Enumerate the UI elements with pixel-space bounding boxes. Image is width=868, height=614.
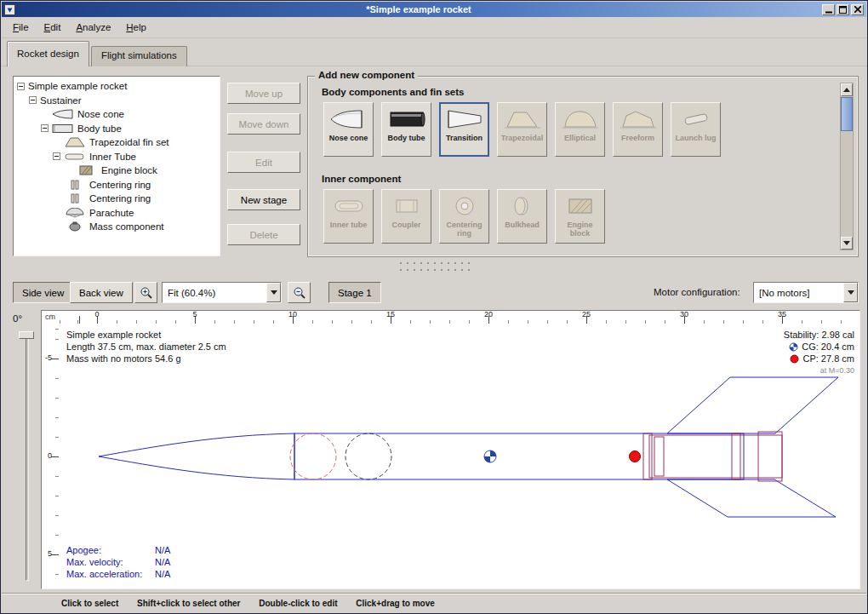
engine-block-icon	[561, 192, 600, 220]
collapse-icon[interactable]	[41, 124, 49, 132]
ruler-tick-label: -5	[45, 353, 52, 362]
add-nose-cone-button[interactable]: Nose cone	[323, 102, 374, 157]
nose-cone-outline[interactable]	[99, 433, 294, 479]
ruler-unit: cm	[45, 313, 55, 321]
rotation-slider-handle[interactable]	[19, 331, 34, 339]
motor-mount-group[interactable]	[643, 432, 782, 481]
motor-configuration-select[interactable]: [No motors]	[753, 282, 859, 303]
cp-value: CP: 27.8 cm	[802, 353, 854, 364]
tree-item-fin-set[interactable]: Trapezoidal fin set	[14, 135, 220, 150]
collapse-icon[interactable]	[29, 96, 37, 104]
splitter-handle[interactable]	[399, 261, 471, 275]
menu-file[interactable]: File	[5, 19, 37, 36]
titlebar[interactable]: *Simple example rocket	[2, 2, 866, 17]
cp-marker[interactable]	[630, 451, 641, 462]
parachute-icon	[64, 208, 86, 218]
mass-component-outline[interactable]	[345, 433, 391, 479]
tab-rocket-design[interactable]: Rocket design	[7, 41, 89, 66]
tree-item-sustainer[interactable]: Sustainer	[14, 94, 220, 108]
minimize-button[interactable]	[822, 4, 835, 15]
tree-item-centering-ring-1[interactable]: Centering ring	[14, 178, 220, 192]
add-transition-button[interactable]: Transition	[439, 102, 489, 157]
zoom-out-button[interactable]	[288, 282, 311, 303]
inner-tube-icon	[64, 152, 86, 162]
body-tube-icon	[387, 106, 426, 133]
body-tube-outline[interactable]	[294, 433, 744, 479]
add-body-tube-button[interactable]: Body tube	[381, 102, 431, 157]
menubar: File Edit Analyze Help	[2, 17, 866, 38]
scroll-up-icon[interactable]	[841, 83, 853, 96]
add-freeform-fin-button[interactable]: Freeform	[613, 102, 663, 157]
rotation-slider[interactable]	[26, 335, 29, 581]
rocket-plot[interactable]: Simple example rocket Length 37.5 cm, ma…	[59, 324, 859, 588]
component-tree[interactable]: Simple example rocket Sustainer Nose con…	[13, 76, 220, 256]
add-bulkhead-button[interactable]: Bulkhead	[497, 189, 547, 244]
side-view-button[interactable]: Side view	[13, 282, 73, 303]
close-button[interactable]	[851, 4, 864, 15]
stage-1-toggle[interactable]: Stage 1	[328, 282, 381, 303]
inner-tube-icon	[329, 192, 368, 220]
zoom-select[interactable]: Fit (60.4%)	[162, 282, 282, 303]
rocket-canvas[interactable]: cm 0 5 10 15 20 25 30 35 -5 0 5	[41, 310, 860, 589]
rocket-dimensions: Length 37.5 cm, max. diameter 2.5 cm	[66, 341, 226, 353]
menu-edit[interactable]: Edit	[37, 19, 69, 36]
max-acceleration-label: Max. acceleration:	[66, 568, 155, 580]
tree-item-nose-cone[interactable]: Nose cone	[14, 107, 220, 122]
maximize-button[interactable]	[837, 4, 849, 15]
tree-item-body-tube[interactable]: Body tube	[14, 122, 220, 136]
max-velocity-value: N/A	[155, 557, 170, 567]
collapse-icon[interactable]	[17, 83, 25, 90]
rocket-view-panel: 0° cm 0 5 10 15 20 25 30 35 -5 0 5	[8, 307, 862, 591]
move-up-button[interactable]: Move up	[227, 83, 300, 104]
tree-label: Inner Tube	[89, 152, 136, 162]
cg-marker[interactable]	[484, 450, 496, 462]
tree-item-engine-block[interactable]: Engine block	[14, 164, 220, 178]
fin-upper[interactable]	[667, 377, 838, 433]
tree-item-parachute[interactable]: Parachute	[14, 206, 220, 221]
menu-analyze[interactable]: Analyze	[68, 19, 118, 36]
cp-legend-icon	[790, 354, 799, 364]
body-components-row: Nose cone Body tube Transition Trapezoid…	[323, 102, 721, 157]
centering-ring-icon	[64, 193, 86, 204]
add-trapezoidal-fin-button[interactable]: Trapezoidal	[497, 102, 547, 157]
add-coupler-button[interactable]: Coupler	[381, 189, 431, 244]
tree-item-rocket[interactable]: Simple example rocket	[14, 79, 220, 94]
tree-item-mass-component[interactable]: Mass component	[14, 220, 220, 234]
collapse-icon[interactable]	[53, 152, 60, 160]
parachute-outline[interactable]	[290, 433, 336, 479]
tree-item-centering-ring-2[interactable]: Centering ring	[14, 192, 220, 206]
edit-button[interactable]: Edit	[227, 152, 300, 173]
tab-flight-simulations[interactable]: Flight simulations	[91, 46, 187, 66]
fin-set-icon	[64, 137, 86, 147]
scroll-down-icon[interactable]	[841, 237, 853, 250]
fin-lower[interactable]	[667, 479, 836, 517]
menu-help[interactable]: Help	[118, 19, 154, 36]
component-scrollbar[interactable]	[840, 83, 854, 250]
cg-legend-icon	[789, 342, 798, 352]
add-centering-ring-button[interactable]: Centering ring	[439, 189, 489, 244]
back-view-button[interactable]: Back view	[70, 282, 133, 303]
chevron-down-icon[interactable]	[266, 283, 281, 302]
move-down-button[interactable]: Move down	[227, 113, 300, 135]
bulkhead-icon	[503, 192, 542, 220]
ruler-tick-label: 20	[484, 310, 493, 318]
transition-icon	[445, 106, 484, 133]
rotation-value: 0°	[13, 313, 22, 324]
zoom-in-button[interactable]	[134, 282, 157, 303]
ruler-tick-label: 15	[386, 310, 395, 318]
stability-value: Stability: 2.98 cal	[784, 329, 854, 341]
tree-label: Trapezoidal fin set	[89, 137, 169, 147]
chevron-down-icon[interactable]	[843, 283, 858, 302]
add-launch-lug-button[interactable]: Launch lug	[671, 102, 721, 157]
apogee-label: Apogee:	[66, 544, 155, 556]
add-elliptical-fin-button[interactable]: Elliptical	[555, 102, 605, 157]
add-engine-block-button[interactable]: Engine block	[555, 189, 605, 244]
scrollbar-thumb[interactable]	[841, 97, 853, 131]
tree-item-inner-tube[interactable]: Inner Tube	[14, 150, 220, 164]
add-inner-tube-button[interactable]: Inner tube	[323, 189, 374, 244]
window-controls	[822, 4, 864, 15]
new-stage-button[interactable]: New stage	[227, 189, 300, 210]
elliptical-fin-icon	[561, 106, 600, 133]
delete-button[interactable]: Delete	[227, 224, 300, 245]
coupler-icon	[387, 192, 426, 220]
